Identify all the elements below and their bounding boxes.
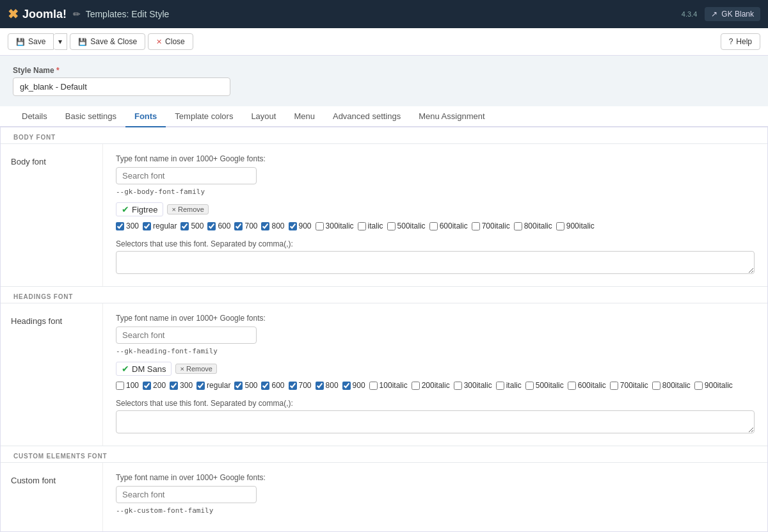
body-weight-300italic[interactable]: 300italic [316,222,354,230]
user-menu[interactable]: ↗ GK Blank [705,7,760,21]
save-dropdown-icon: ▾ [58,37,62,46]
headings-weight-600italic[interactable]: 600italic [568,381,606,390]
tab-fonts[interactable]: Fonts [125,106,166,127]
style-name-label: Style Name * [13,66,755,75]
headings-font-section-title: HEADINGS FONT [1,287,767,303]
body-weight-700[interactable]: 700 [234,222,257,230]
save-close-icon: 💾 [78,38,87,46]
custom-font-section: Custom font Type font name in over 1000+… [1,463,767,531]
body-weight-600italic[interactable]: 600italic [429,222,468,230]
body-weight-300[interactable]: 300 [116,222,139,230]
tab-basic-settings[interactable]: Basic settings [56,106,125,127]
headings-weight-300[interactable]: 300 [170,381,193,390]
body-font-chip: ✔ Figtree [116,202,163,216]
toolbar-right: ? Help [721,33,760,50]
close-button[interactable]: ✕ Close [148,33,193,50]
headings-weight-700[interactable]: 700 [289,381,312,390]
headings-font-chip: ✔ DM Sans [116,362,172,376]
body-weight-700italic[interactable]: 700italic [472,222,510,230]
tab-menu-assignment[interactable]: Menu Assignment [410,106,493,127]
body-font-search-input[interactable] [116,167,257,184]
headings-weight-700italic[interactable]: 700italic [610,381,648,390]
body-weight-regular[interactable]: regular [143,222,177,230]
tab-layout[interactable]: Layout [242,106,285,127]
body-weight-900[interactable]: 900 [289,222,312,230]
close-label: Close [165,37,185,46]
headings-selectors-textarea[interactable] [116,410,755,433]
brand-logo[interactable]: ✖ Joomla! [8,6,67,22]
headings-weight-800italic[interactable]: 800italic [652,381,691,390]
headings-weight-900italic[interactable]: 900italic [694,381,733,390]
tab-advanced-settings[interactable]: Advanced settings [324,106,410,127]
body-selectors-textarea[interactable] [116,251,755,274]
headings-font-remove-button[interactable]: × Remove [175,364,216,374]
tabs-bar: Details Basic settings Fonts Template co… [0,106,768,127]
custom-font-label: Custom font [1,463,103,531]
body-weight-800[interactable]: 800 [261,222,284,230]
help-label: Help [736,37,752,46]
body-weight-italic[interactable]: italic [358,222,383,230]
custom-font-css-var: --gk-custom-font-family [116,506,755,515]
headings-font-content: Type font name in over 1000+ Google font… [103,303,767,446]
pencil-icon: ✏ [73,9,81,19]
headings-weight-100[interactable]: 100 [116,381,139,390]
headings-weight-500italic[interactable]: 500italic [525,381,564,390]
tab-template-colors[interactable]: Template colors [166,106,242,127]
custom-font-hint: Type font name in over 1000+ Google font… [116,473,755,482]
body-font-hint: Type font name in over 1000+ Google font… [116,154,755,163]
headings-weight-800[interactable]: 800 [316,381,339,390]
brand-name: Joomla! [22,8,67,21]
user-icon: ↗ [711,10,717,19]
headings-font-css-var: --gk-heading-font-family [116,347,755,355]
top-navbar: ✖ Joomla! ✏ Templates: Edit Style 4.3.4 … [0,0,768,28]
save-button[interactable]: 💾 Save [8,33,54,50]
help-button[interactable]: ? Help [721,33,760,50]
tab-menu[interactable]: Menu [285,106,324,127]
close-icon: ✕ [156,38,162,46]
body-weight-800italic[interactable]: 800italic [514,222,552,230]
body-font-name: Figtree [132,205,157,214]
style-name-field: Style Name * [13,66,755,96]
headings-weight-300italic[interactable]: 300italic [454,381,492,390]
headings-weight-regular[interactable]: regular [196,381,230,390]
custom-font-section-title: CUSTOM ELEMENTS FONT [1,446,767,462]
navbar-left: ✖ Joomla! ✏ Templates: Edit Style [8,6,169,22]
body-weight-900italic[interactable]: 900italic [556,222,595,230]
help-icon: ? [729,37,733,46]
body-weight-600[interactable]: 600 [207,222,230,230]
headings-font-search-input[interactable] [116,326,257,344]
tab-details[interactable]: Details [13,106,56,127]
save-label: Save [28,37,45,46]
save-button-group: 💾 Save ▾ [8,33,67,50]
headings-weight-200[interactable]: 200 [143,381,166,390]
save-icon: 💾 [16,38,25,46]
save-dropdown-button[interactable]: ▾ [54,33,67,50]
headings-font-weights: 100 200 300 regular 500 600 700 800 900 … [116,381,755,390]
body-font-content: Type font name in over 1000+ Google font… [103,144,767,286]
headings-weight-600[interactable]: 600 [261,381,284,390]
headings-weight-200italic[interactable]: 200italic [412,381,450,390]
headings-weight-900[interactable]: 900 [342,381,365,390]
headings-font-chip-row: ✔ DM Sans × Remove [116,362,755,376]
custom-font-content: Type font name in over 1000+ Google font… [103,463,767,531]
headings-font-label: Headings font [1,303,103,446]
body-font-section-title: BODY FONT [1,127,767,143]
body-font-section: Body font Type font name in over 1000+ G… [1,144,767,286]
navbar-right: 4.3.4 ↗ GK Blank [682,7,760,21]
body-font-label: Body font [1,144,103,286]
headings-font-hint: Type font name in over 1000+ Google font… [116,314,755,323]
headings-font-name: DM Sans [132,364,166,374]
body-weight-500italic[interactable]: 500italic [387,222,426,230]
save-close-button[interactable]: 💾 Save & Close [70,33,145,50]
style-name-input[interactable] [13,77,230,96]
custom-font-search-input[interactable] [116,486,257,503]
headings-font-check-icon: ✔ [122,364,129,374]
body-font-css-var: --gk-body-font-family [116,188,755,196]
headings-weight-500[interactable]: 500 [234,381,257,390]
save-close-label: Save & Close [90,37,137,46]
body-weight-500[interactable]: 500 [180,222,204,230]
headings-selectors-label: Selectors that use this font. Separated … [116,399,755,408]
body-font-remove-button[interactable]: × Remove [167,204,208,214]
headings-weight-italic[interactable]: italic [496,381,522,390]
headings-weight-100italic[interactable]: 100italic [369,381,408,390]
